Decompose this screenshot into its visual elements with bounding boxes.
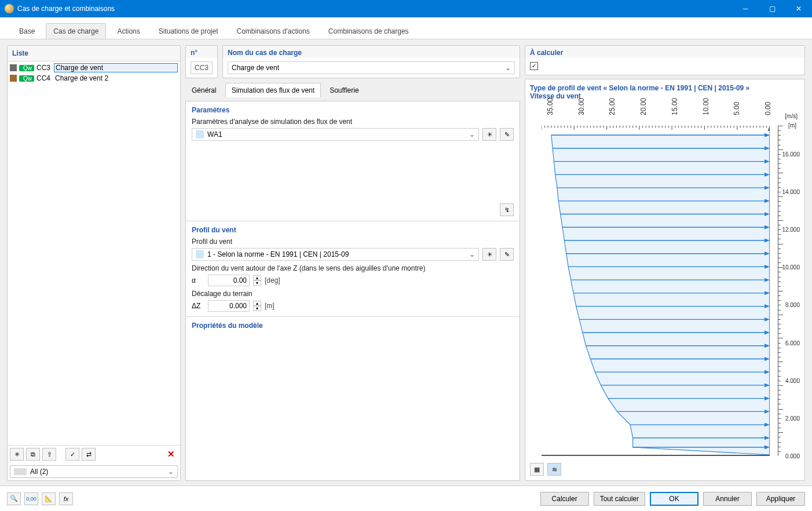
y-tick: 10.000: [782, 264, 800, 271]
tab-comb-actions[interactable]: Combinaisons d'actions: [229, 23, 317, 39]
chart-view-1[interactable]: ▦: [530, 463, 544, 476]
number-value[interactable]: CC3: [191, 61, 213, 74]
calculate-all-button[interactable]: Tout calculer: [594, 492, 645, 506]
subtab-soufflerie[interactable]: Soufflerie: [323, 83, 365, 97]
new-button[interactable]: ✳: [10, 448, 24, 461]
offset-label: Décalage du terrain: [192, 290, 514, 298]
alpha-unit: [deg]: [265, 276, 280, 284]
name-header: Nom du cas de charge: [223, 46, 520, 58]
edit-param-button[interactable]: ✎: [500, 128, 514, 141]
calc-box: À calculer ✓: [525, 45, 805, 75]
y-tick: 8.000: [785, 302, 800, 308]
x-tick: 25.00: [608, 98, 616, 115]
chart-panel: Type de profil de vent « Selon la norme …: [525, 79, 805, 481]
list-item-name: Charge de vent: [54, 63, 178, 72]
chevron-down-icon: ⌄: [168, 468, 174, 476]
list-item[interactable]: Qw CC3 Charge de vent: [8, 63, 180, 73]
profile-swatch: [196, 250, 204, 258]
chevron-down-icon: ⌄: [505, 64, 511, 72]
chevron-down-icon: ⌄: [469, 130, 475, 138]
units-button[interactable]: 0,00: [24, 492, 38, 505]
x-unit: [m/s]: [785, 113, 798, 119]
x-tick: 5.00: [733, 98, 741, 115]
spin-up[interactable]: ▲: [253, 301, 261, 306]
y-tick: 16.000: [782, 151, 800, 157]
y-tick: 4.000: [785, 377, 800, 384]
list-item-name: Charge de vent 2: [54, 74, 178, 82]
dz-unit: [m]: [265, 302, 275, 310]
cancel-button[interactable]: Annuler: [703, 492, 752, 506]
dz-input[interactable]: 0.000: [208, 300, 250, 312]
y-tick: 12.000: [782, 227, 800, 233]
x-tick: 35.00: [546, 98, 554, 115]
list-item-code: CC3: [36, 64, 52, 72]
params-dropdown[interactable]: WA1 ⌄: [192, 128, 479, 141]
params-value: WA1: [207, 130, 469, 138]
alpha-symbol: α: [192, 276, 204, 284]
filter-text: All (2): [30, 468, 168, 476]
apply-button[interactable]: Appliquer: [756, 492, 805, 506]
badge-qw: Qw: [19, 75, 34, 82]
color-swatch: [10, 75, 17, 82]
color-swatch: [10, 64, 17, 71]
tab-comb-charges[interactable]: Combinaisons de charges: [321, 23, 416, 39]
delete-button[interactable]: ✕: [164, 448, 178, 461]
edit-profile-button[interactable]: ✎: [500, 248, 514, 261]
subtab-general[interactable]: Général: [185, 83, 223, 97]
dz-symbol: ΔZ: [192, 302, 204, 310]
chart-subtitle: Vitesse du vent: [530, 92, 800, 100]
filter-dropdown[interactable]: All (2) ⌄: [10, 465, 178, 478]
app-icon: [5, 4, 14, 13]
minimize-button[interactable]: ─: [732, 0, 759, 17]
new-profile-button[interactable]: ✳: [482, 248, 496, 261]
x-tick: 0.00: [764, 98, 772, 115]
subtab-simulation[interactable]: Simulation des flux de vent: [225, 83, 321, 97]
number-box: n° CC3: [185, 45, 218, 78]
tab-situations[interactable]: Situations de projet: [151, 23, 226, 39]
badge-qw: Qw: [19, 65, 34, 71]
main-tabs: Base Cas de charge Actions Situations de…: [0, 17, 812, 39]
wind-profile-value: 1 - Selon la norme - EN 1991 | CEN | 201…: [207, 250, 469, 258]
filter-swatch: [14, 468, 27, 475]
calc-header: À calculer: [525, 46, 804, 58]
wind-icon-button[interactable]: ↯: [500, 203, 514, 216]
export-button[interactable]: ⇪: [42, 448, 56, 461]
check-button[interactable]: ✓: [65, 448, 79, 461]
wind-profile-title: Profil du vent: [192, 226, 514, 234]
params-label: Paramètres d'analyse de simulation des f…: [192, 118, 514, 126]
param-swatch: [196, 130, 204, 138]
calculate-button[interactable]: Calculer: [540, 492, 589, 506]
spin-down[interactable]: ▼: [253, 306, 261, 311]
search-button[interactable]: 🔍: [7, 492, 21, 505]
wind-profile-dropdown[interactable]: 1 - Selon la norme - EN 1991 | CEN | 201…: [192, 248, 479, 261]
ok-button[interactable]: OK: [650, 492, 698, 506]
footer: 🔍 0,00 📐 fx Calculer Tout calculer OK An…: [0, 486, 812, 511]
close-button[interactable]: ✕: [785, 0, 812, 17]
list-item-code: CC4: [36, 74, 52, 82]
window-title: Cas de charge et combinaisons: [17, 5, 732, 13]
copy-button[interactable]: ⧉: [26, 448, 40, 461]
name-box: Nom du cas de charge Charge de vent ⌄: [222, 45, 520, 78]
spin-down[interactable]: ▼: [253, 280, 261, 286]
list-item[interactable]: Qw CC4 Charge de vent 2: [8, 73, 180, 83]
maximize-button[interactable]: ▢: [759, 0, 785, 17]
model-props-title: Propriétés du modèle: [192, 322, 514, 330]
name-value: Charge de vent: [232, 64, 505, 72]
chart-view-2[interactable]: ≋: [547, 463, 561, 476]
chevron-down-icon: ⌄: [469, 250, 475, 258]
titlebar: Cas de charge et combinaisons ─ ▢ ✕: [0, 0, 812, 17]
number-header: n°: [186, 46, 217, 58]
x-tick: 30.00: [577, 98, 586, 115]
tab-actions[interactable]: Actions: [109, 23, 147, 39]
chart-title: Type de profil de vent « Selon la norme …: [530, 84, 800, 92]
swap-button[interactable]: ⇄: [82, 448, 96, 461]
spin-up[interactable]: ▲: [253, 275, 261, 280]
calc-checkbox[interactable]: ✓: [530, 62, 538, 70]
tab-base[interactable]: Base: [12, 23, 42, 39]
fx-button[interactable]: fx: [59, 492, 73, 505]
name-dropdown[interactable]: Charge de vent ⌄: [228, 61, 515, 74]
measure-button[interactable]: 📐: [42, 492, 56, 505]
new-param-button[interactable]: ✳: [482, 128, 496, 141]
tab-cas-de-charge[interactable]: Cas de charge: [46, 23, 106, 39]
alpha-input[interactable]: 0.00: [208, 275, 250, 286]
